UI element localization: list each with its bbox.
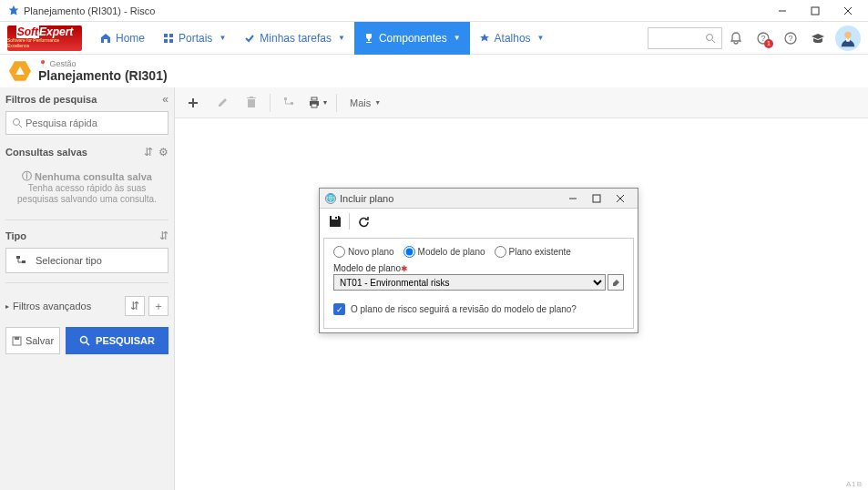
- caret-down-icon: ▼: [454, 34, 461, 42]
- filters-sidebar: Filtros de pesquisa « Consultas salvas ⇵…: [0, 87, 175, 490]
- bell-icon: [729, 31, 743, 46]
- svg-rect-6: [164, 39, 168, 43]
- svg-rect-21: [15, 337, 19, 340]
- select-type-button[interactable]: Selecionar tipo: [5, 248, 168, 273]
- dialog-maximize-button[interactable]: [585, 189, 608, 208]
- add-filter-button[interactable]: ＋: [148, 296, 168, 316]
- pin-icon[interactable]: ⇵: [159, 230, 168, 242]
- quick-search-input[interactable]: [26, 117, 162, 128]
- radio-existing-plan[interactable]: Plano existente: [495, 246, 571, 258]
- svg-rect-4: [164, 34, 168, 37]
- dialog-minimize-button[interactable]: [561, 189, 585, 208]
- svg-rect-29: [311, 97, 317, 100]
- tree-icon: [283, 97, 295, 108]
- caret-down-icon: ▼: [322, 99, 329, 106]
- svg-rect-32: [593, 195, 600, 202]
- quick-search[interactable]: [5, 111, 168, 135]
- structure-button[interactable]: [276, 90, 301, 116]
- svg-rect-30: [311, 104, 317, 107]
- help-button[interactable]: ? 1: [750, 25, 777, 52]
- dialog-titlebar: 🌐 Incluir plano: [320, 189, 638, 209]
- divider: [349, 213, 350, 230]
- content-toolbar: ▼ Mais▼: [175, 87, 868, 118]
- window-maximize-button[interactable]: [799, 1, 832, 21]
- svg-rect-18: [16, 256, 20, 259]
- home-icon: [100, 33, 111, 44]
- gear-icon[interactable]: ⚙: [158, 146, 168, 158]
- delete-button[interactable]: [239, 90, 264, 116]
- dialog-close-button[interactable]: [608, 189, 632, 208]
- svg-line-17: [19, 125, 22, 128]
- clear-select-button[interactable]: [608, 274, 624, 291]
- more-menu[interactable]: Mais▼: [342, 90, 388, 116]
- dialog-refresh-button[interactable]: [352, 210, 375, 232]
- dialog-toolbar: [320, 209, 638, 234]
- user-avatar[interactable]: [835, 26, 861, 51]
- nav-components[interactable]: Componentes▼: [354, 22, 470, 55]
- refresh-icon: [357, 215, 371, 229]
- nav-tasks[interactable]: Minhas tarefas▼: [235, 22, 354, 55]
- svg-rect-19: [22, 260, 26, 263]
- svg-rect-27: [291, 102, 293, 105]
- info-icon: ⓘ: [22, 169, 32, 183]
- svg-rect-7: [169, 39, 173, 43]
- type-label: Tipo: [5, 230, 26, 241]
- divider: [5, 282, 168, 283]
- page-header: 📍 Gestão Planejamento (RI301): [0, 55, 868, 87]
- tree-icon: [15, 255, 26, 266]
- support-button[interactable]: ?: [777, 25, 804, 52]
- collapse-sidebar-button[interactable]: «: [162, 93, 168, 106]
- dialog-save-button[interactable]: [323, 210, 347, 232]
- breadcrumb: Gestão: [50, 59, 77, 68]
- advanced-filters-toggle[interactable]: ▸Filtros avançados: [5, 301, 91, 311]
- svg-line-9: [712, 40, 715, 43]
- search-icon: [705, 33, 716, 44]
- sort-button[interactable]: ⇵: [125, 296, 145, 316]
- search-icon: [79, 335, 90, 346]
- svg-rect-1: [812, 7, 819, 15]
- divider: [336, 94, 337, 112]
- edit-button[interactable]: [209, 90, 235, 116]
- saved-queries-empty: ⓘNenhuma consulta salva Tenha acesso ráp…: [5, 164, 168, 210]
- trash-icon: [246, 97, 257, 108]
- global-search-input[interactable]: [652, 33, 705, 44]
- save-icon: [12, 336, 22, 346]
- printer-icon: [308, 97, 321, 108]
- pin-icon[interactable]: ⇵: [144, 146, 153, 158]
- search-icon: [12, 117, 22, 128]
- window-close-button[interactable]: [832, 1, 864, 21]
- academy-button[interactable]: [804, 25, 832, 52]
- avatar-icon: [838, 28, 858, 48]
- notifications-button[interactable]: [722, 25, 750, 52]
- radio-model-plan[interactable]: Modelo de plano: [403, 246, 485, 258]
- print-button[interactable]: ▼: [305, 90, 331, 116]
- graduation-icon: [811, 31, 825, 46]
- save-button[interactable]: Salvar: [5, 327, 60, 354]
- eraser-icon: [611, 278, 620, 287]
- pencil-icon: [217, 97, 229, 108]
- follow-revision-checkbox[interactable]: ✓: [333, 303, 345, 315]
- svg-line-23: [87, 342, 89, 345]
- svg-rect-5: [169, 34, 173, 37]
- model-select[interactable]: NT01 - Environmental risks: [333, 274, 606, 291]
- include-plan-dialog: 🌐 Incluir plano Novo plano Modelo de pla…: [319, 188, 638, 333]
- radio-new-plan[interactable]: Novo plano: [333, 246, 394, 258]
- saved-queries-title: Consultas salvas: [5, 147, 87, 158]
- global-search[interactable]: [648, 27, 722, 49]
- nav-home[interactable]: Home: [91, 22, 154, 55]
- follow-revision-label: O plano de risco seguirá a revisão do mo…: [351, 304, 577, 314]
- plan-source-radios: Novo plano Modelo de plano Plano existen…: [333, 246, 624, 258]
- warning-icon: [15, 66, 26, 77]
- globe-icon: 🌐: [325, 193, 336, 204]
- add-button[interactable]: [180, 90, 206, 116]
- caret-down-icon: ▼: [219, 34, 226, 42]
- window-minimize-button[interactable]: [766, 1, 799, 21]
- nav-portals[interactable]: Portais▼: [154, 22, 235, 55]
- nav-shortcuts[interactable]: Atalhos▼: [470, 22, 554, 55]
- star-icon: [479, 33, 490, 44]
- brand-logo[interactable]: SoftExpert Software for Performance Exce…: [7, 26, 82, 51]
- divider: [5, 219, 168, 220]
- search-button[interactable]: PESQUISAR: [66, 327, 168, 354]
- app-icon: [7, 5, 20, 17]
- help-badge: 1: [764, 39, 773, 48]
